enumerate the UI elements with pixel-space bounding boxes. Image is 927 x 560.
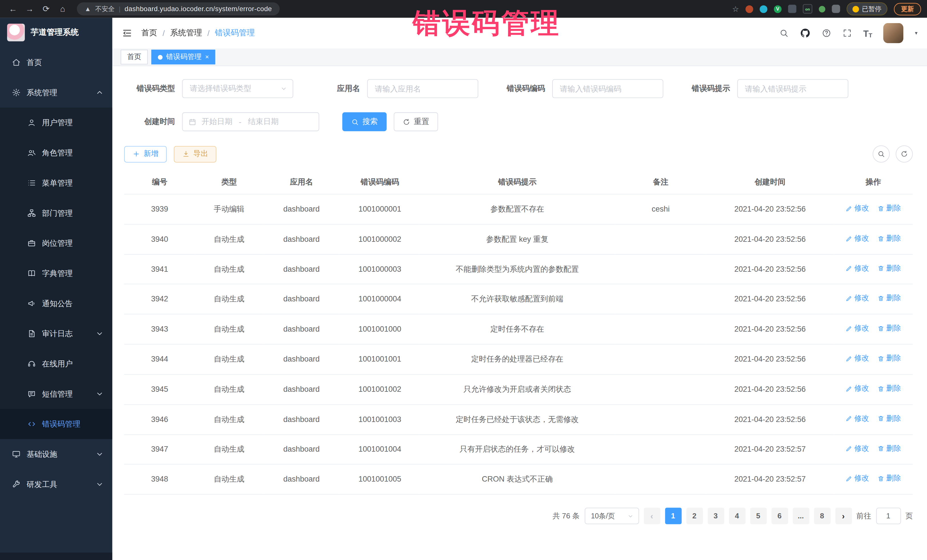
goto-label: 前往 xyxy=(856,511,871,521)
extension-icon[interactable] xyxy=(819,6,825,12)
delete-link[interactable]: 删除 xyxy=(877,323,901,334)
edit-link[interactable]: 修改 xyxy=(845,293,869,304)
puzzle-extension-icon[interactable] xyxy=(832,5,840,13)
sidebar-item-megaphone[interactable]: 通知公告 xyxy=(0,288,112,319)
pager-page-6[interactable]: 6 xyxy=(771,508,788,524)
pager-page-2[interactable]: 2 xyxy=(686,508,702,524)
sidebar-item-tree[interactable]: 部门管理 xyxy=(0,198,112,228)
avatar[interactable] xyxy=(884,23,904,43)
pager-page-4[interactable]: 4 xyxy=(729,508,745,524)
breadcrumb-separator: / xyxy=(207,29,210,38)
pager-page-3[interactable]: 3 xyxy=(707,508,724,524)
browser-reload-icon[interactable]: ⟳ xyxy=(39,4,53,14)
download-icon xyxy=(182,150,190,158)
extension-icon[interactable] xyxy=(746,5,753,13)
pager-page-8[interactable]: 8 xyxy=(814,508,830,524)
pager-next-button[interactable]: › xyxy=(835,508,852,524)
edit-link[interactable]: 修改 xyxy=(845,353,869,364)
sidebar-item-label: 系统管理 xyxy=(27,87,57,98)
sidebar-item-list[interactable]: 菜单管理 xyxy=(0,168,112,198)
address-bar[interactable]: ▲ 不安全 | dashboard.yudao.iocoder.cn/syste… xyxy=(77,2,280,15)
browser-home-icon[interactable]: ⌂ xyxy=(56,4,70,14)
sidebar-item-user[interactable]: 用户管理 xyxy=(0,108,112,138)
extension-icon[interactable] xyxy=(788,5,796,13)
cell-code: 1001000003 xyxy=(340,254,420,284)
tab-error-code[interactable]: 错误码管理 × xyxy=(152,50,216,64)
cell-type: 自动生成 xyxy=(195,314,263,344)
browser-back-icon[interactable]: ← xyxy=(6,4,20,14)
breadcrumb-home[interactable]: 首页 xyxy=(141,28,157,38)
sidebar-item-headset[interactable]: 在线用户 xyxy=(0,349,112,379)
delete-link[interactable]: 删除 xyxy=(877,233,901,244)
delete-link[interactable]: 删除 xyxy=(877,293,901,304)
edit-link[interactable]: 修改 xyxy=(845,473,869,484)
browser-update-button[interactable]: 更新 xyxy=(894,3,921,15)
vue-devtools-icon[interactable]: V xyxy=(774,5,781,13)
search-icon[interactable] xyxy=(779,28,789,38)
sidebar-item-chat[interactable]: 短信管理 xyxy=(0,379,112,409)
delete-link[interactable]: 删除 xyxy=(877,203,901,214)
sidebar-item-book[interactable]: 字典管理 xyxy=(0,258,112,288)
extension-on-badge[interactable]: on xyxy=(803,4,812,14)
pager-page-1[interactable]: 1 xyxy=(665,508,681,524)
filter-select-0[interactable]: 请选择错误码类型 xyxy=(182,79,293,98)
edit-link[interactable]: 修改 xyxy=(845,443,869,454)
chevron-down-icon xyxy=(280,85,287,92)
sidebar-item-wrench[interactable]: 研发工具 xyxy=(0,469,112,499)
sidebar-item-gear[interactable]: 系统管理 xyxy=(0,77,112,108)
search-button[interactable]: 搜索 xyxy=(342,112,386,131)
filter-input-3[interactable] xyxy=(737,79,849,98)
sidebar-collapse-bar[interactable] xyxy=(0,552,112,560)
edit-link[interactable]: 修改 xyxy=(845,233,869,244)
delete-icon xyxy=(877,235,884,242)
sidebar-logo-row[interactable]: 芋道管理系统 xyxy=(0,18,112,47)
pager-prev-button[interactable]: ‹ xyxy=(643,508,660,524)
sidebar-item-document[interactable]: 审计日志 xyxy=(0,319,112,349)
pager-ellipsis[interactable]: ... xyxy=(792,508,809,524)
sidebar-item-home[interactable]: 首页 xyxy=(0,47,112,77)
filter-input-2[interactable] xyxy=(552,79,663,98)
delete-link[interactable]: 删除 xyxy=(877,443,901,454)
edit-link[interactable]: 修改 xyxy=(845,413,869,424)
sidebar-item-code[interactable]: 错误码管理 xyxy=(0,409,112,439)
cell-remark xyxy=(615,224,707,254)
cell-type: 自动生成 xyxy=(195,284,263,314)
help-icon[interactable] xyxy=(822,28,831,38)
show-search-button[interactable] xyxy=(872,146,890,162)
fold-menu-icon[interactable] xyxy=(122,28,132,38)
filter-input-1[interactable] xyxy=(367,79,478,98)
export-button[interactable]: 导出 xyxy=(174,146,216,162)
delete-link[interactable]: 删除 xyxy=(877,263,901,274)
edit-link[interactable]: 修改 xyxy=(845,383,869,395)
font-size-icon[interactable]: TT xyxy=(863,28,872,38)
add-button[interactable]: 新增 xyxy=(124,146,167,162)
goto-page-input[interactable] xyxy=(876,508,901,524)
browser-forward-icon[interactable]: → xyxy=(23,4,37,14)
sidebar-item-label: 角色管理 xyxy=(42,147,73,158)
refresh-table-button[interactable] xyxy=(896,146,913,162)
delete-link[interactable]: 删除 xyxy=(877,473,901,484)
reset-button[interactable]: 重置 xyxy=(394,112,438,131)
delete-link[interactable]: 删除 xyxy=(877,413,901,424)
sidebar-item-monitor[interactable]: 基础设施 xyxy=(0,439,112,469)
paused-badge[interactable]: 已暂停 xyxy=(846,2,887,15)
edit-link[interactable]: 修改 xyxy=(845,323,869,334)
extension-icon[interactable] xyxy=(760,5,767,13)
edit-link[interactable]: 修改 xyxy=(845,263,869,274)
github-icon[interactable] xyxy=(800,28,811,38)
sidebar-item-users[interactable]: 角色管理 xyxy=(0,138,112,168)
wrench-icon xyxy=(12,480,21,489)
pager-page-5[interactable]: 5 xyxy=(750,508,766,524)
delete-link[interactable]: 删除 xyxy=(877,353,901,364)
breadcrumb-system[interactable]: 系统管理 xyxy=(170,28,202,38)
fullscreen-icon[interactable] xyxy=(843,28,852,38)
chevron-down-icon[interactable]: ▾ xyxy=(915,30,917,36)
edit-link[interactable]: 修改 xyxy=(845,203,869,214)
close-icon[interactable]: × xyxy=(205,54,209,61)
date-range-picker[interactable]: 开始日期 - 结束日期 xyxy=(182,112,319,131)
bookmark-star-icon[interactable]: ☆ xyxy=(732,5,739,14)
page-size-select[interactable]: 10条/页 xyxy=(584,508,639,524)
sidebar-item-briefcase[interactable]: 岗位管理 xyxy=(0,228,112,258)
tab-home[interactable]: 首页 xyxy=(121,50,148,64)
delete-link[interactable]: 删除 xyxy=(877,383,901,395)
